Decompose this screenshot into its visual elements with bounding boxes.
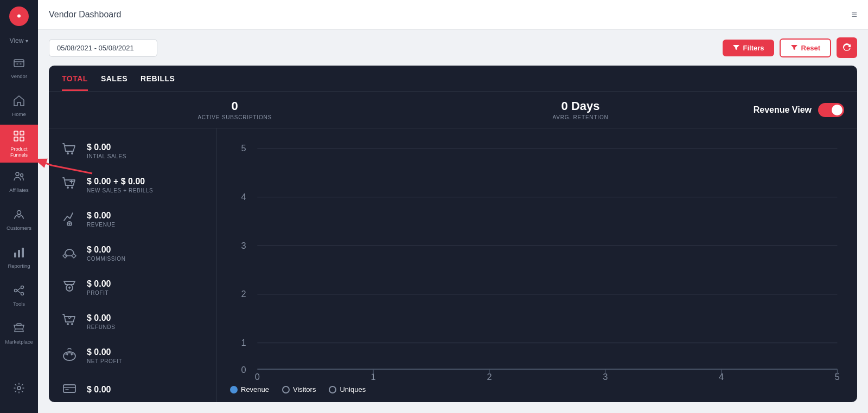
metric-refunds[interactable]: $ 0.00 REFUNDS (49, 305, 216, 339)
svg-rect-10 (22, 248, 24, 257)
metric-profit[interactable]: $ 0.00 PROFIT (49, 270, 216, 305)
svg-rect-16 (17, 324, 21, 325)
svg-text:1: 1 (241, 337, 246, 347)
chart-area: 5 4 3 2 1 0 (217, 128, 857, 402)
stats-bar: 0 ACTIVE SUBSCRIPTIONS 0 Days AVRG. RETE… (49, 92, 857, 128)
sidebar-item-home[interactable]: Home (0, 87, 38, 125)
net-profit-info: $ 0.00 NET PROFIT (87, 347, 122, 364)
metric-new-sales-rebills[interactable]: $ 0.00 + $ 0.00 NEW SALES + REBILLS (49, 168, 216, 202)
toolbar: Filters Reset (38, 30, 868, 66)
sidebar-item-vendor[interactable]: Vendor (0, 49, 38, 87)
sidebar-item-reporting[interactable]: Reporting (0, 238, 38, 276)
svg-rect-4 (20, 137, 24, 141)
radio-uniques-label: Uniques (340, 385, 366, 393)
svg-text:2: 2 (241, 289, 246, 299)
avrg-retention-stat: 0 Days AVRG. RETENTION (407, 99, 753, 120)
revenue-view-block: Revenue View (754, 103, 844, 117)
svg-point-18 (67, 152, 69, 154)
revenue-view-label: Revenue View (754, 105, 812, 115)
radio-revenue-label: Revenue (241, 385, 269, 393)
radio-visitors[interactable]: Visitors (282, 385, 316, 393)
tab-sales[interactable]: SALES (101, 74, 127, 91)
commission-icon (60, 243, 79, 264)
extra-info: $ 0.00 (87, 385, 111, 396)
svg-text:5: 5 (241, 143, 246, 153)
revenue-name: REVENUE (87, 222, 116, 228)
reset-button[interactable]: Reset (780, 38, 831, 57)
extra-value: $ 0.00 (87, 385, 111, 395)
metric-revenue[interactable]: $ 0.00 REVENUE (49, 202, 216, 236)
active-subscriptions-label: ACTIVE SUBSCRIPTIONS (197, 114, 272, 120)
sidebar-item-product-funnels[interactable]: Product Funnels (0, 125, 38, 163)
svg-text:0: 0 (241, 364, 246, 375)
sidebar-item-tools[interactable]: Tools (0, 276, 38, 314)
refunds-icon (60, 311, 79, 332)
svg-rect-2 (20, 131, 24, 135)
menu-icon[interactable]: ≡ (851, 9, 857, 21)
commission-name: COMMISSION (87, 256, 126, 262)
sidebar-item-label-product-funnels: Product Funnels (10, 146, 28, 158)
reporting-icon (12, 246, 25, 261)
metrics-list: $ 0.00 INTIAL SALES (49, 128, 217, 402)
radio-revenue[interactable]: Revenue (230, 385, 269, 393)
sidebar-item-label-customers: Customers (7, 225, 31, 231)
page-title: Vendor Dashboard (49, 10, 121, 20)
svg-text:3: 3 (241, 240, 246, 250)
profit-name: PROFIT (87, 290, 111, 296)
svg-point-12 (21, 286, 24, 288)
logo-symbol (9, 7, 29, 26)
svg-point-5 (16, 172, 19, 176)
revenue-icon (60, 209, 79, 230)
metric-commission[interactable]: $ 0.00 COMMISSION (49, 236, 216, 270)
revenue-value: $ 0.00 (87, 211, 116, 221)
svg-rect-1 (14, 131, 18, 135)
svg-line-15 (17, 291, 21, 293)
sidebar-item-marketplace[interactable]: Marketplace (0, 314, 38, 352)
radio-uniques-dot (329, 386, 336, 393)
content-area: TOTAL SALES REBILLS 0 ACTIVE SUBSCRIPTIO… (38, 66, 868, 413)
profit-value: $ 0.00 (87, 279, 111, 289)
sidebar-item-settings[interactable] (0, 370, 38, 408)
radio-uniques[interactable]: Uniques (329, 385, 366, 393)
svg-point-25 (67, 323, 69, 325)
product-funnels-icon (12, 130, 25, 144)
main-area: Vendor Dashboard ≡ Filters Reset (38, 0, 868, 413)
svg-point-28 (67, 354, 68, 356)
tab-rebills[interactable]: REBILLS (141, 74, 175, 91)
tab-total[interactable]: TOTAL (62, 74, 88, 91)
svg-point-7 (17, 210, 21, 214)
svg-rect-30 (63, 385, 75, 392)
sidebar-item-affiliates[interactable]: Affiliates (0, 163, 38, 201)
filters-button[interactable]: Filters (723, 40, 774, 56)
chart-container: 5 4 3 2 1 0 (230, 137, 844, 380)
header: Vendor Dashboard ≡ (38, 0, 868, 30)
app-logo (0, 0, 38, 33)
dashboard-body: $ 0.00 INTIAL SALES (49, 128, 857, 402)
metric-extra[interactable]: $ 0.00 (49, 373, 216, 402)
initial-sales-icon (60, 140, 79, 162)
svg-rect-3 (14, 137, 18, 141)
date-range-input[interactable] (49, 39, 157, 57)
avrg-retention-label: AVRG. RETENTION (553, 114, 609, 120)
new-sales-rebills-icon (60, 175, 79, 196)
svg-point-11 (15, 289, 17, 292)
customers-icon (12, 208, 25, 223)
view-label: View (10, 37, 24, 44)
toolbar-actions: Filters Reset (723, 37, 857, 58)
refunds-value: $ 0.00 (87, 313, 116, 323)
profit-icon (60, 277, 79, 298)
sidebar-item-label-home: Home (12, 111, 25, 117)
sidebar-item-customers[interactable]: Customers (0, 201, 38, 238)
view-chevron-icon: ▾ (25, 38, 28, 44)
view-button[interactable]: View ▾ (0, 33, 38, 49)
revenue-info: $ 0.00 REVENUE (87, 211, 116, 228)
affiliates-icon (12, 170, 25, 185)
refresh-button[interactable] (837, 37, 857, 58)
metric-initial-sales[interactable]: $ 0.00 INTIAL SALES (49, 134, 216, 168)
marketplace-icon (12, 322, 25, 337)
refunds-name: REFUNDS (87, 324, 116, 330)
metric-net-profit[interactable]: $ 0.00 NET PROFIT (49, 339, 216, 373)
initial-sales-info: $ 0.00 INTIAL SALES (87, 143, 126, 159)
revenue-view-toggle[interactable] (818, 103, 844, 117)
new-sales-rebills-info: $ 0.00 + $ 0.00 NEW SALES + REBILLS (87, 177, 153, 193)
